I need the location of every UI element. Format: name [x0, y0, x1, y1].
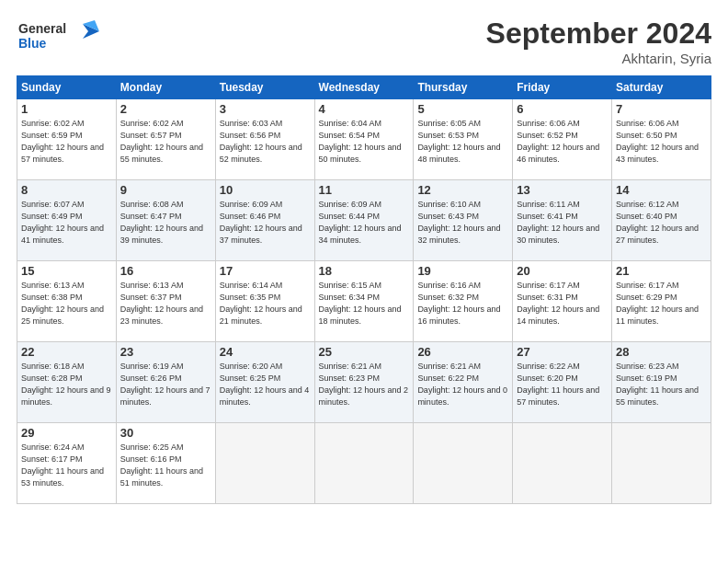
day-info: Sunrise: 6:10 AMSunset: 6:43 PMDaylight:…: [417, 199, 508, 247]
day-number: 4: [319, 102, 410, 116]
calendar-week-row: 22Sunrise: 6:18 AMSunset: 6:28 PMDayligh…: [17, 342, 711, 423]
month-title: September 2024: [486, 17, 711, 51]
table-row: 15Sunrise: 6:13 AMSunset: 6:38 PMDayligh…: [17, 261, 117, 342]
day-info: Sunrise: 6:02 AMSunset: 6:57 PMDaylight:…: [120, 118, 211, 166]
calendar-week-row: 1Sunrise: 6:02 AMSunset: 6:59 PMDaylight…: [17, 99, 711, 180]
day-info: Sunrise: 6:17 AMSunset: 6:29 PMDaylight:…: [616, 280, 707, 327]
col-friday: Friday: [513, 76, 612, 99]
col-monday: Monday: [116, 76, 215, 99]
table-row: [314, 423, 414, 504]
day-info: Sunrise: 6:25 AMSunset: 6:16 PMDaylight:…: [120, 442, 211, 489]
table-row: 22Sunrise: 6:18 AMSunset: 6:28 PMDayligh…: [17, 342, 117, 423]
table-row: 27Sunrise: 6:22 AMSunset: 6:20 PMDayligh…: [513, 342, 612, 423]
table-row: 12Sunrise: 6:10 AMSunset: 6:43 PMDayligh…: [414, 180, 513, 261]
table-row: 24Sunrise: 6:20 AMSunset: 6:25 PMDayligh…: [215, 342, 314, 423]
logo: General Blue: [17, 17, 99, 57]
day-info: Sunrise: 6:08 AMSunset: 6:47 PMDaylight:…: [120, 199, 211, 247]
day-number: 14: [616, 183, 707, 197]
day-info: Sunrise: 6:16 AMSunset: 6:32 PMDaylight:…: [417, 280, 508, 327]
table-row: 20Sunrise: 6:17 AMSunset: 6:31 PMDayligh…: [513, 261, 612, 342]
table-row: 25Sunrise: 6:21 AMSunset: 6:23 PMDayligh…: [314, 342, 414, 423]
table-row: 11Sunrise: 6:09 AMSunset: 6:44 PMDayligh…: [314, 180, 414, 261]
day-info: Sunrise: 6:06 AMSunset: 6:52 PMDaylight:…: [517, 118, 608, 166]
table-row: 23Sunrise: 6:19 AMSunset: 6:26 PMDayligh…: [116, 342, 215, 423]
day-info: Sunrise: 6:04 AMSunset: 6:54 PMDaylight:…: [319, 118, 410, 166]
table-row: 26Sunrise: 6:21 AMSunset: 6:22 PMDayligh…: [414, 342, 513, 423]
header: General Blue September 2024 Akhtarin, Sy…: [17, 17, 711, 66]
day-number: 3: [220, 102, 311, 116]
day-info: Sunrise: 6:09 AMSunset: 6:46 PMDaylight:…: [220, 199, 311, 247]
title-block: September 2024 Akhtarin, Syria: [486, 17, 711, 66]
col-thursday: Thursday: [414, 76, 513, 99]
day-number: 24: [220, 345, 311, 359]
day-number: 19: [417, 264, 508, 278]
table-row: 21Sunrise: 6:17 AMSunset: 6:29 PMDayligh…: [612, 261, 711, 342]
calendar-week-row: 15Sunrise: 6:13 AMSunset: 6:38 PMDayligh…: [17, 261, 711, 342]
table-row: 18Sunrise: 6:15 AMSunset: 6:34 PMDayligh…: [314, 261, 414, 342]
table-row: 16Sunrise: 6:13 AMSunset: 6:37 PMDayligh…: [116, 261, 215, 342]
day-info: Sunrise: 6:13 AMSunset: 6:38 PMDaylight:…: [21, 280, 112, 327]
day-number: 1: [21, 102, 112, 116]
col-wednesday: Wednesday: [314, 76, 414, 99]
table-row: [215, 423, 314, 504]
day-info: Sunrise: 6:24 AMSunset: 6:17 PMDaylight:…: [21, 442, 112, 489]
table-row: [414, 423, 513, 504]
day-info: Sunrise: 6:17 AMSunset: 6:31 PMDaylight:…: [517, 280, 608, 327]
day-number: 30: [120, 426, 211, 440]
table-row: 28Sunrise: 6:23 AMSunset: 6:19 PMDayligh…: [612, 342, 711, 423]
table-row: 29Sunrise: 6:24 AMSunset: 6:17 PMDayligh…: [17, 423, 117, 504]
table-row: 30Sunrise: 6:25 AMSunset: 6:16 PMDayligh…: [116, 423, 215, 504]
day-number: 7: [616, 102, 707, 116]
day-info: Sunrise: 6:18 AMSunset: 6:28 PMDaylight:…: [21, 361, 112, 408]
col-saturday: Saturday: [612, 76, 711, 99]
day-number: 2: [120, 102, 211, 116]
day-number: 6: [517, 102, 608, 116]
table-row: 4Sunrise: 6:04 AMSunset: 6:54 PMDaylight…: [314, 99, 414, 180]
table-row: 8Sunrise: 6:07 AMSunset: 6:49 PMDaylight…: [17, 180, 117, 261]
location: Akhtarin, Syria: [486, 51, 711, 66]
svg-text:General: General: [18, 21, 66, 36]
table-row: 5Sunrise: 6:05 AMSunset: 6:53 PMDaylight…: [414, 99, 513, 180]
day-number: 22: [21, 345, 112, 359]
table-row: 9Sunrise: 6:08 AMSunset: 6:47 PMDaylight…: [116, 180, 215, 261]
day-info: Sunrise: 6:21 AMSunset: 6:23 PMDaylight:…: [319, 361, 410, 408]
calendar-week-row: 29Sunrise: 6:24 AMSunset: 6:17 PMDayligh…: [17, 423, 711, 504]
day-number: 26: [417, 345, 508, 359]
day-info: Sunrise: 6:23 AMSunset: 6:19 PMDaylight:…: [616, 361, 707, 408]
table-row: 19Sunrise: 6:16 AMSunset: 6:32 PMDayligh…: [414, 261, 513, 342]
day-info: Sunrise: 6:21 AMSunset: 6:22 PMDaylight:…: [417, 361, 508, 408]
table-row: 13Sunrise: 6:11 AMSunset: 6:41 PMDayligh…: [513, 180, 612, 261]
day-number: 28: [616, 345, 707, 359]
table-row: 6Sunrise: 6:06 AMSunset: 6:52 PMDaylight…: [513, 99, 612, 180]
day-number: 25: [319, 345, 410, 359]
day-number: 5: [417, 102, 508, 116]
day-info: Sunrise: 6:02 AMSunset: 6:59 PMDaylight:…: [21, 118, 112, 166]
day-info: Sunrise: 6:15 AMSunset: 6:34 PMDaylight:…: [319, 280, 410, 327]
calendar-week-row: 8Sunrise: 6:07 AMSunset: 6:49 PMDaylight…: [17, 180, 711, 261]
table-row: 10Sunrise: 6:09 AMSunset: 6:46 PMDayligh…: [215, 180, 314, 261]
day-number: 17: [220, 264, 311, 278]
table-row: 17Sunrise: 6:14 AMSunset: 6:35 PMDayligh…: [215, 261, 314, 342]
day-info: Sunrise: 6:20 AMSunset: 6:25 PMDaylight:…: [220, 361, 311, 408]
day-number: 13: [517, 183, 608, 197]
day-info: Sunrise: 6:12 AMSunset: 6:40 PMDaylight:…: [616, 199, 707, 247]
day-info: Sunrise: 6:07 AMSunset: 6:49 PMDaylight:…: [21, 199, 112, 247]
day-info: Sunrise: 6:22 AMSunset: 6:20 PMDaylight:…: [517, 361, 608, 408]
calendar-table: Sunday Monday Tuesday Wednesday Thursday…: [17, 75, 711, 504]
svg-text:Blue: Blue: [18, 36, 47, 51]
day-number: 29: [21, 426, 112, 440]
day-number: 10: [220, 183, 311, 197]
day-number: 9: [120, 183, 211, 197]
day-info: Sunrise: 6:06 AMSunset: 6:50 PMDaylight:…: [616, 118, 707, 166]
day-number: 15: [21, 264, 112, 278]
col-tuesday: Tuesday: [215, 76, 314, 99]
day-number: 16: [120, 264, 211, 278]
day-number: 20: [517, 264, 608, 278]
day-number: 12: [417, 183, 508, 197]
header-row: Sunday Monday Tuesday Wednesday Thursday…: [17, 76, 711, 99]
table-row: [513, 423, 612, 504]
day-info: Sunrise: 6:03 AMSunset: 6:56 PMDaylight:…: [220, 118, 311, 166]
col-sunday: Sunday: [17, 76, 117, 99]
day-info: Sunrise: 6:09 AMSunset: 6:44 PMDaylight:…: [319, 199, 410, 247]
day-info: Sunrise: 6:05 AMSunset: 6:53 PMDaylight:…: [417, 118, 508, 166]
